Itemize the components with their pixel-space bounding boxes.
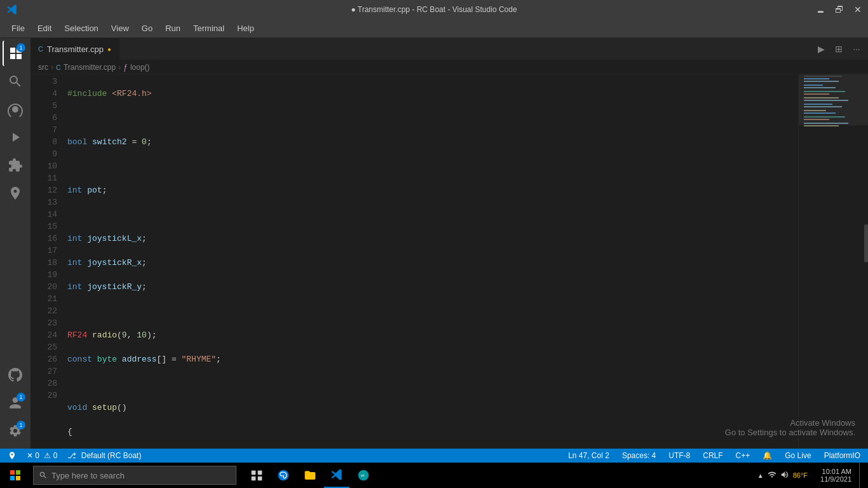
- maximize-button[interactable]: 🗗: [835, 4, 844, 15]
- activity-explorer[interactable]: 1: [3, 41, 28, 66]
- error-count: 0: [35, 451, 39, 460]
- line-num-9: 9: [31, 148, 57, 160]
- line-num-10: 10: [31, 160, 57, 172]
- tab-bar: C Transmitter.cpp ● ▶ ⊞ ···: [31, 38, 868, 60]
- settings-badge: 1: [17, 421, 25, 430]
- breadcrumb-src[interactable]: src: [38, 63, 48, 72]
- activity-run-debug[interactable]: [3, 125, 28, 150]
- breadcrumb-file[interactable]: Transmitter.cpp: [64, 63, 116, 72]
- code-line-14: const byte address[] = "RHYME";: [67, 353, 798, 365]
- editor-area: C Transmitter.cpp ● ▶ ⊞ ··· src › C Tran…: [31, 38, 868, 449]
- taskbar-tray: ▲ 86°F 10:01 AM 11/9/2021: [752, 463, 865, 488]
- notification-bell[interactable]: 🔔: [760, 451, 775, 460]
- activity-bar: 1 1 1: [0, 38, 31, 449]
- code-line-7: int pot;: [67, 184, 798, 196]
- code-line-8: [67, 208, 798, 220]
- tray-volume[interactable]: [780, 470, 789, 480]
- line-num-17: 17: [31, 245, 57, 257]
- account-badge: 1: [17, 393, 25, 402]
- line-num-3: 3: [31, 76, 57, 88]
- line-num-13: 13: [31, 196, 57, 208]
- svg-point-23: [278, 470, 289, 481]
- code-content[interactable]: #include <RF24.h> bool switch2 = 0; int …: [62, 74, 798, 449]
- line-num-29: 29: [31, 390, 57, 402]
- activity-search[interactable]: [3, 69, 28, 94]
- platformio[interactable]: PlatformIO: [822, 451, 863, 460]
- git-branch[interactable]: ⎇ Default (RC Boat): [65, 451, 144, 460]
- edge-button[interactable]: [271, 463, 296, 488]
- menu-selection[interactable]: Selection: [59, 21, 103, 36]
- code-line-12: [67, 305, 798, 317]
- menu-terminal[interactable]: Terminal: [188, 21, 229, 36]
- activity-bottom: 1 1: [3, 362, 28, 449]
- file-explorer-button[interactable]: [297, 463, 323, 488]
- errors-indicator[interactable]: ✕ 0 ⚠ 0: [24, 451, 60, 460]
- taskbar-clock: 10:01 AM 11/9/2021: [815, 468, 857, 483]
- split-editor-button[interactable]: ⊞: [832, 43, 845, 55]
- activity-extensions[interactable]: [3, 152, 28, 178]
- file-encoding[interactable]: UTF-8: [666, 451, 693, 460]
- menu-edit[interactable]: Edit: [32, 21, 57, 36]
- tab-actions: ▶ ⊞ ···: [815, 38, 868, 60]
- indentation[interactable]: Spaces: 4: [620, 451, 658, 460]
- taskview-button[interactable]: [244, 463, 269, 488]
- line-num-6: 6: [31, 112, 57, 124]
- tab-dirty-indicator: ●: [107, 46, 111, 53]
- run-button[interactable]: ▶: [815, 43, 827, 55]
- activity-remote[interactable]: [3, 180, 28, 206]
- menu-help[interactable]: Help: [232, 21, 259, 36]
- error-icon: ✕: [27, 451, 33, 460]
- line-num-25: 25: [31, 341, 57, 353]
- taskbar-pinned-icons: ∞: [244, 463, 376, 488]
- go-live[interactable]: Go Live: [782, 451, 813, 460]
- show-desktop-button[interactable]: [859, 463, 863, 488]
- line-num-23: 23: [31, 317, 57, 329]
- language-mode[interactable]: C++: [733, 451, 753, 460]
- code-line-9: int joystickL_x;: [67, 233, 798, 245]
- branch-name: Default (RC Boat): [81, 451, 142, 460]
- line-num-20: 20: [31, 281, 57, 293]
- line-num-4: 4: [31, 88, 57, 100]
- line-num-19: 19: [31, 269, 57, 281]
- menu-go[interactable]: Go: [137, 21, 158, 36]
- activity-source-control[interactable]: [3, 97, 28, 122]
- remote-indicator[interactable]: [5, 451, 19, 461]
- vscode-taskbar-button[interactable]: [324, 463, 349, 488]
- line-numbers: 3 4 5 6 7 8 9 10 11 12 13 14 15 16 17 18…: [31, 74, 62, 449]
- tray-network[interactable]: [768, 470, 776, 480]
- clock-date: 11/9/2021: [820, 475, 851, 483]
- taskbar-search[interactable]: [33, 466, 236, 485]
- titlebar-left: [6, 4, 18, 15]
- line-num-26: 26: [31, 353, 57, 365]
- line-num-27: 27: [31, 365, 57, 377]
- arduino-button[interactable]: ∞: [351, 463, 376, 488]
- breadcrumb-sep1: ›: [51, 63, 53, 72]
- line-num-15: 15: [31, 220, 57, 233]
- line-ending[interactable]: CRLF: [700, 451, 725, 460]
- warning-count: 0: [53, 451, 58, 460]
- close-button[interactable]: ✕: [854, 4, 862, 15]
- activity-settings[interactable]: 1: [3, 418, 28, 444]
- tab-transmitter[interactable]: C Transmitter.cpp ●: [31, 38, 119, 60]
- tray-arrow[interactable]: ▲: [757, 472, 764, 479]
- statusbar-right: Ln 47, Col 2 Spaces: 4 UTF-8 CRLF C++ 🔔 …: [566, 451, 863, 460]
- menu-file[interactable]: File: [6, 21, 30, 36]
- titlebar-controls: 🗕 🗗 ✕: [816, 4, 862, 15]
- activity-github[interactable]: [3, 362, 28, 388]
- menu-view[interactable]: View: [106, 21, 134, 36]
- line-num-28: 28: [31, 377, 57, 390]
- taskbar-search-input[interactable]: [51, 471, 231, 480]
- breadcrumb: src › C Transmitter.cpp › ƒ loop(): [31, 60, 868, 74]
- breadcrumb-function[interactable]: loop(): [130, 63, 150, 72]
- cursor-position[interactable]: Ln 47, Col 2: [566, 451, 612, 460]
- minimize-button[interactable]: 🗕: [816, 4, 825, 15]
- breadcrumb-file-icon: C: [56, 64, 61, 71]
- more-actions-button[interactable]: ···: [850, 43, 863, 55]
- start-button[interactable]: [3, 463, 28, 488]
- vscode-icon: [6, 4, 18, 15]
- activity-account[interactable]: 1: [3, 390, 28, 416]
- menu-run[interactable]: Run: [160, 21, 186, 36]
- explorer-badge: 1: [17, 43, 25, 52]
- line-num-16: 16: [31, 233, 57, 245]
- code-editor[interactable]: 3 4 5 6 7 8 9 10 11 12 13 14 15 16 17 18…: [31, 74, 868, 449]
